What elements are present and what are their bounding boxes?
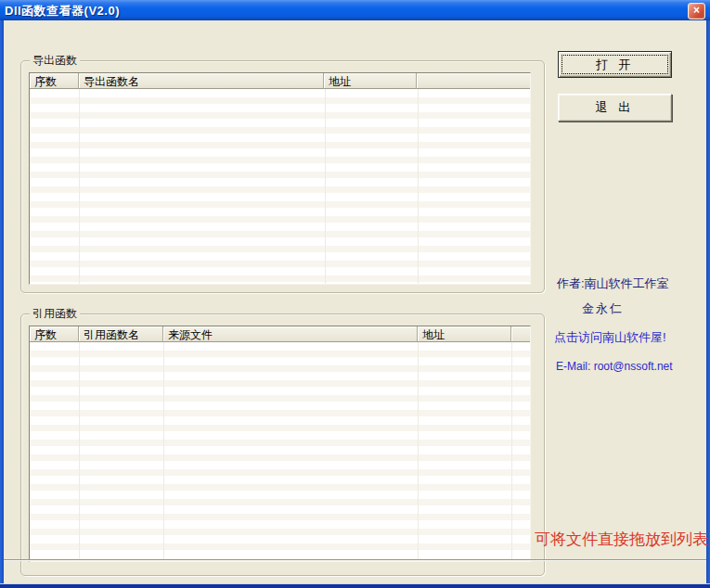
export-functions-table[interactable]: 序数 导出函数名 地址 — [29, 72, 531, 285]
column-separator — [163, 342, 164, 561]
window-border-right — [706, 20, 710, 583]
column-separator — [79, 342, 80, 561]
import-col-address[interactable]: 地址 — [418, 326, 511, 342]
export-functions-group: 导出函数 序数 导出函数名 地址 — [20, 60, 545, 293]
drag-drop-hint: 可将文件直接拖放到列表 — [535, 529, 708, 550]
export-col-name[interactable]: 导出函数名 — [79, 73, 324, 89]
column-separator — [418, 342, 419, 561]
exit-button-label: 退 出 — [596, 100, 635, 114]
email-text: E-Mail: root@nssoft.net — [556, 360, 673, 373]
window-title: Dll函数查看器(V2.0) — [5, 3, 120, 19]
import-group-label: 引用函数 — [30, 307, 80, 320]
column-separator — [325, 89, 326, 284]
title-bar[interactable]: Dll函数查看器(V2.0) × — [0, 0, 710, 20]
export-col-ordinal[interactable]: 序数 — [30, 73, 79, 89]
site-link[interactable]: 点击访问南山软件屋! — [554, 329, 666, 346]
import-col-sourcefile[interactable]: 来源文件 — [163, 326, 418, 342]
column-separator — [418, 89, 419, 284]
window-border-left — [0, 20, 4, 583]
export-col-address[interactable]: 地址 — [324, 73, 417, 89]
column-separator — [511, 342, 512, 561]
author-label: 作者:南山软件工作室 — [557, 275, 669, 292]
import-table-body[interactable] — [30, 342, 530, 561]
import-table-header: 序数 引用函数名 来源文件 地址 — [30, 326, 530, 342]
close-icon[interactable]: × — [688, 3, 705, 19]
open-button[interactable]: 打 开 — [558, 51, 672, 78]
window-border-bottom — [0, 583, 710, 588]
import-functions-group: 引用函数 序数 引用函数名 来源文件 地址 — [20, 313, 545, 576]
export-group-label: 导出函数 — [30, 54, 80, 67]
export-col-empty[interactable] — [417, 73, 530, 89]
focus-rectangle — [562, 55, 668, 74]
author-name: 金永仁 — [582, 300, 624, 317]
exit-button[interactable]: 退 出 — [558, 94, 672, 121]
import-col-ordinal[interactable]: 序数 — [30, 326, 79, 342]
export-table-body[interactable] — [30, 89, 530, 284]
column-separator — [79, 89, 80, 284]
import-col-name[interactable]: 引用函数名 — [79, 326, 163, 342]
client-area: 导出函数 序数 导出函数名 地址 引用函数 序数 引用函数名 来源文件 地址 — [4, 20, 706, 583]
import-col-empty[interactable] — [511, 326, 530, 342]
status-bar — [4, 561, 706, 583]
import-functions-table[interactable]: 序数 引用函数名 来源文件 地址 — [29, 326, 531, 562]
export-table-header: 序数 导出函数名 地址 — [30, 73, 530, 89]
